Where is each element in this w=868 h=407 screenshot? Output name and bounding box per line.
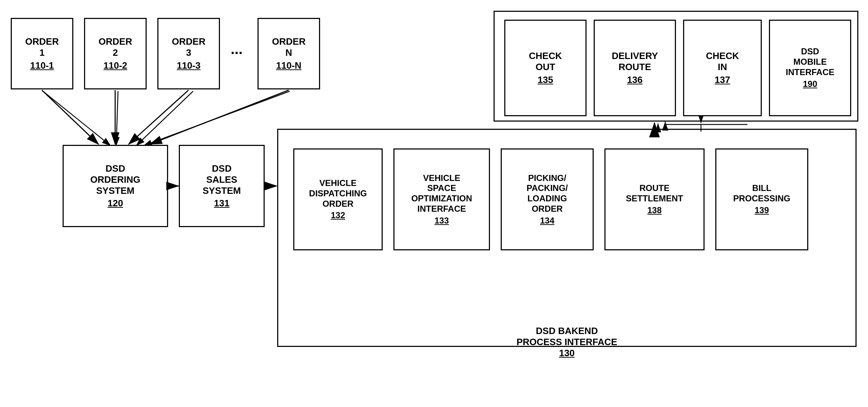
dsd-ordering-box: DSD ORDERING SYSTEM 120 xyxy=(63,145,168,227)
backend-ref: 130 xyxy=(559,348,574,358)
dsd-sales-line2: SALES xyxy=(206,174,237,185)
vsoi-box: VEHICLE SPACE OPTIMIZATION INTERFACE 133 xyxy=(393,148,490,250)
dsd-mobile-line2: MOBILE xyxy=(793,57,827,67)
bp-line2: PROCESSING xyxy=(733,193,790,204)
bp-line1: BILL xyxy=(752,183,771,193)
vdo-line1: VEHICLE xyxy=(319,178,357,188)
svg-line-2 xyxy=(43,91,111,146)
checkin-box: CHECK IN 137 xyxy=(683,20,762,116)
order-3-label: ORDER xyxy=(172,36,206,47)
checkout-ref: 135 xyxy=(538,74,553,85)
ellipsis: ... xyxy=(231,41,242,57)
pplo-line2: PACKING/ xyxy=(526,183,568,193)
order-3-ref: 110-3 xyxy=(177,60,201,71)
delivery-route-line1: DELIVERY xyxy=(612,50,658,62)
svg-line-5 xyxy=(143,91,290,146)
order-n-box: ORDER N 110-N xyxy=(258,18,320,89)
dsd-ordering-ref: 120 xyxy=(108,198,123,209)
dsd-sales-ref: 131 xyxy=(214,198,229,209)
vsoi-line1: VEHICLE xyxy=(423,173,460,183)
pplo-line1: PICKING/ xyxy=(528,173,567,183)
checkout-line1: CHECK xyxy=(529,50,562,62)
rs-line1: ROUTE xyxy=(639,183,670,193)
order-1-label: ORDER xyxy=(25,36,59,47)
dsd-ordering-line2: ORDERING xyxy=(90,174,140,185)
vsoi-line4: INTERFACE xyxy=(417,204,466,214)
order-n-num: N xyxy=(285,47,292,58)
dsd-mobile-line3: INTERFACE xyxy=(786,67,834,78)
checkin-line2: IN xyxy=(718,62,727,73)
order-2-box: ORDER 2 110-2 xyxy=(84,18,147,89)
pplo-ref: 134 xyxy=(540,216,554,226)
dsd-ordering-line1: DSD xyxy=(106,163,125,174)
pplo-line3: LOADING xyxy=(528,193,567,204)
bp-box: BILL PROCESSING 139 xyxy=(715,148,808,250)
backend-line2: PROCESS INTERFACE xyxy=(516,337,617,347)
vdo-line2: DISPATCHING xyxy=(309,188,367,199)
pplo-line4: ORDER xyxy=(532,204,563,214)
dsd-mobile-line1: DSD xyxy=(801,46,819,57)
rs-ref: 138 xyxy=(647,205,662,216)
delivery-route-ref: 136 xyxy=(627,74,642,85)
backend-label: DSD BAKEND PROCESS INTERFACE 130 xyxy=(277,325,857,359)
dsd-ordering-line3: SYSTEM xyxy=(96,185,134,196)
order-2-label: ORDER xyxy=(99,36,132,47)
vdo-line3: ORDER xyxy=(323,199,354,209)
order-n-ref: 110-N xyxy=(276,60,301,71)
bp-ref: 139 xyxy=(755,205,769,216)
checkin-ref: 137 xyxy=(715,74,730,85)
backend-line1: DSD BAKEND xyxy=(536,325,598,336)
order-3-num: 3 xyxy=(186,47,191,58)
rs-line2: SETTLEMENT xyxy=(626,193,683,204)
pplo-box: PICKING/ PACKING/ LOADING ORDER 134 xyxy=(501,148,594,250)
vsoi-line2: SPACE xyxy=(427,183,456,193)
vsoi-line3: OPTIMIZATION xyxy=(411,193,472,204)
dsd-mobile-ref: 190 xyxy=(803,79,817,89)
delivery-route-box: DELIVERY ROUTE 136 xyxy=(594,20,676,116)
order-2-ref: 110-2 xyxy=(103,60,127,71)
checkout-box: CHECK OUT 135 xyxy=(504,20,587,116)
svg-line-15 xyxy=(42,90,98,144)
dsd-sales-line3: SYSTEM xyxy=(203,185,241,196)
vsoi-ref: 133 xyxy=(435,216,449,226)
order-1-num: 1 xyxy=(39,47,44,58)
vdo-ref: 132 xyxy=(331,210,345,221)
order-n-label: ORDER xyxy=(272,36,306,47)
svg-line-18 xyxy=(150,90,289,144)
rs-box: ROUTE SETTLEMENT 138 xyxy=(604,148,705,250)
vdo-box: VEHICLE DISPATCHING ORDER 132 xyxy=(293,148,383,250)
svg-line-3 xyxy=(116,91,118,146)
svg-line-17 xyxy=(129,90,188,144)
dsd-sales-line1: DSD xyxy=(212,163,232,174)
dsd-mobile-box: DSD MOBILE INTERFACE 190 xyxy=(769,20,851,116)
diagram: ORDER 1 110-1 ORDER 2 110-2 ORDER 3 110-… xyxy=(0,0,868,407)
order-3-box: ORDER 3 110-3 xyxy=(157,18,220,89)
delivery-route-line2: ROUTE xyxy=(619,62,651,73)
order-2-num: 2 xyxy=(113,47,118,58)
checkout-line2: OUT xyxy=(536,62,555,73)
checkin-line1: CHECK xyxy=(706,50,739,62)
order-1-box: ORDER 1 110-1 xyxy=(11,18,73,89)
order-1-ref: 110-1 xyxy=(30,60,54,71)
dsd-sales-box: DSD SALES SYSTEM 131 xyxy=(179,145,265,227)
svg-line-4 xyxy=(136,91,193,146)
